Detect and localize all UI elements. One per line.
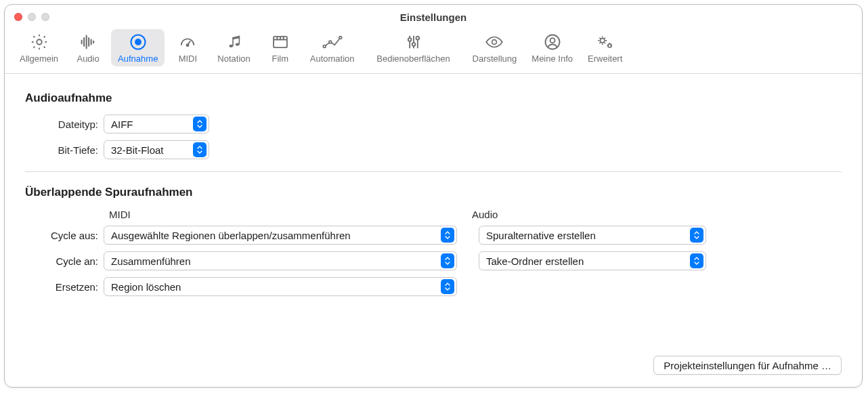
film-icon xyxy=(271,32,290,52)
music-note-icon xyxy=(225,32,244,52)
button-label: Projekteinstellungen für Aufnahme … xyxy=(664,360,831,371)
minimize-window-button[interactable] xyxy=(28,13,36,21)
project-settings-recording-button[interactable]: Projekteinstellungen für Aufnahme … xyxy=(653,356,842,375)
automation-icon xyxy=(322,32,343,52)
select-value: Zusammenführen xyxy=(111,255,195,267)
waveform-icon xyxy=(79,32,97,52)
row-cycle-on: Cycle an: Zusammenführen Take-Ordner ers… xyxy=(25,251,842,270)
chevrons-updown-icon xyxy=(690,228,703,243)
select-value: Ausgewählte Regionen überlappen/zusammen… xyxy=(111,230,355,241)
svg-point-10 xyxy=(187,44,189,46)
row-replace: Ersetzen: Region löschen xyxy=(25,277,842,296)
select-cycle-on-audio[interactable]: Take-Ordner erstellen xyxy=(479,251,706,270)
tab-label: Meine Info xyxy=(531,54,573,64)
tab-automation[interactable]: Automation xyxy=(303,29,362,66)
content-area: Audioaufnahme Dateityp: AIFF Bit-Tiefe: … xyxy=(5,74,862,387)
preferences-window: Einstellungen Allgemein xyxy=(4,4,863,388)
tab-bedienoberflaechen[interactable]: Bedienoberflächen xyxy=(363,29,464,66)
label-cycle-on: Cycle an: xyxy=(25,255,104,267)
svg-point-20 xyxy=(323,45,326,48)
gauge-icon xyxy=(178,32,197,52)
tab-label: Bedienoberflächen xyxy=(376,54,450,64)
tab-allgemein[interactable]: Allgemein xyxy=(13,29,65,66)
column-header-audio: Audio xyxy=(466,209,498,220)
window-title: Einstellungen xyxy=(400,12,466,23)
svg-point-31 xyxy=(550,38,555,43)
label-filetype: Dateityp: xyxy=(25,119,104,130)
titlebar: Einstellungen xyxy=(5,5,862,29)
tab-notation[interactable]: Notation xyxy=(211,29,257,66)
tab-film[interactable]: Film xyxy=(259,29,302,66)
svg-point-0 xyxy=(37,39,41,44)
select-value: 32-Bit-Float xyxy=(111,144,168,156)
svg-point-28 xyxy=(416,37,419,40)
select-replace-midi[interactable]: Region löschen xyxy=(104,277,457,296)
svg-point-21 xyxy=(329,41,332,43)
section-audio-recording-title: Audioaufnahme xyxy=(25,91,842,105)
tab-audio[interactable]: Audio xyxy=(66,29,110,66)
tab-erweitert[interactable]: Erweitert xyxy=(581,29,629,66)
svg-point-22 xyxy=(339,37,342,39)
chevrons-updown-icon xyxy=(441,279,454,294)
column-header-midi: MIDI xyxy=(104,209,466,220)
chevrons-updown-icon xyxy=(690,253,703,268)
select-bitdepth[interactable]: 32-Bit-Float xyxy=(104,140,209,159)
tab-label: Erweitert xyxy=(588,54,622,64)
tab-label: Aufnahme xyxy=(118,54,158,64)
label-cycle-off: Cycle aus: xyxy=(25,230,104,241)
chevrons-updown-icon xyxy=(441,228,454,243)
sliders-icon xyxy=(404,32,423,52)
tab-label: Automation xyxy=(310,54,355,64)
svg-point-32 xyxy=(600,39,604,43)
chevrons-updown-icon xyxy=(193,117,207,131)
user-circle-icon xyxy=(543,32,562,52)
row-filetype: Dateityp: AIFF xyxy=(25,115,842,133)
select-filetype[interactable]: AIFF xyxy=(104,115,209,133)
gears-icon xyxy=(595,32,615,52)
tab-aufnahme[interactable]: Aufnahme xyxy=(111,29,165,66)
eye-icon xyxy=(484,32,504,52)
label-bitdepth: Bit-Tiefe: xyxy=(25,144,104,156)
select-value: AIFF xyxy=(111,119,137,130)
divider xyxy=(25,171,842,172)
tab-label: MIDI xyxy=(179,54,197,64)
section-overlapping-title: Überlappende Spuraufnahmen xyxy=(25,186,842,199)
select-value: Take-Ordner erstellen xyxy=(486,255,588,267)
tab-midi[interactable]: MIDI xyxy=(166,29,209,66)
tab-darstellung[interactable]: Darstellung xyxy=(466,29,524,66)
tab-label: Darstellung xyxy=(473,54,517,64)
svg-point-29 xyxy=(492,40,497,45)
label-replace: Ersetzen: xyxy=(25,281,104,293)
close-window-button[interactable] xyxy=(14,13,22,21)
chevrons-updown-icon xyxy=(441,253,454,268)
tab-label: Audio xyxy=(77,54,99,64)
column-headers: MIDI Audio xyxy=(25,209,842,220)
tab-meine-info[interactable]: Meine Info xyxy=(525,29,580,66)
svg-point-26 xyxy=(408,38,411,41)
select-cycle-off-audio[interactable]: Spuralternative erstellen xyxy=(479,226,706,245)
record-icon xyxy=(129,32,148,52)
zoom-window-button[interactable] xyxy=(41,13,49,21)
row-cycle-off: Cycle aus: Ausgewählte Regionen überlapp… xyxy=(25,226,842,245)
select-cycle-on-midi[interactable]: Zusammenführen xyxy=(104,251,457,270)
tab-label: Film xyxy=(272,54,289,64)
select-value: Spuralternative erstellen xyxy=(486,230,600,241)
preferences-toolbar: Allgemein Audio xyxy=(5,29,862,74)
tab-label: Allgemein xyxy=(20,54,58,64)
svg-point-27 xyxy=(412,43,415,46)
chevrons-updown-icon xyxy=(193,142,207,157)
row-bitdepth: Bit-Tiefe: 32-Bit-Float xyxy=(25,140,842,159)
svg-point-8 xyxy=(135,39,142,45)
select-cycle-off-midi[interactable]: Ausgewählte Regionen überlappen/zusammen… xyxy=(104,226,457,245)
select-value: Region löschen xyxy=(111,281,185,293)
tab-label: Notation xyxy=(217,54,250,64)
window-controls xyxy=(14,13,49,21)
gear-icon xyxy=(30,32,49,52)
